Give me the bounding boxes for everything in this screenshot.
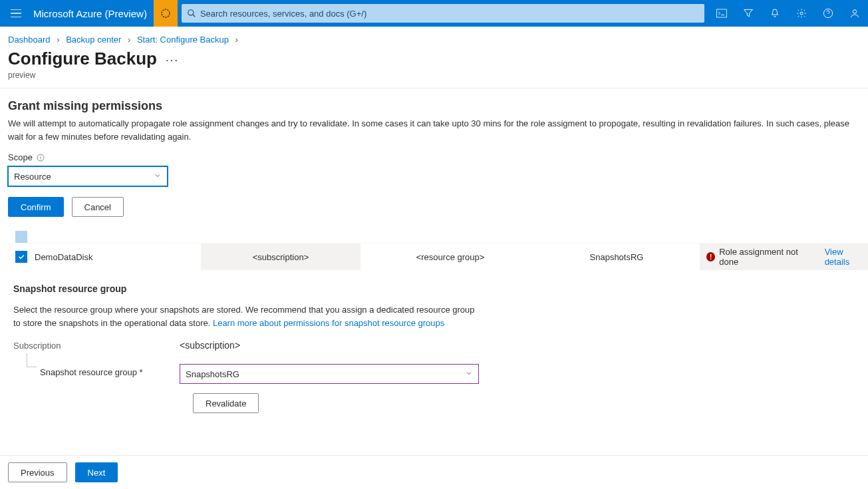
notifications-icon[interactable] (762, 0, 788, 27)
resource-subscription: <subscription> (201, 244, 361, 270)
topbar-icons (708, 0, 868, 27)
search-icon (187, 9, 196, 18)
select-all-checkbox[interactable] (15, 231, 27, 243)
snapshot-rg-select[interactable]: SnapshotsRG (180, 364, 479, 384)
chevron-right-icon: › (128, 35, 130, 45)
svg-point-0 (162, 9, 170, 17)
resource-group: <resource group> (367, 252, 533, 262)
cancel-button[interactable]: Cancel (72, 197, 124, 217)
info-icon[interactable] (37, 154, 45, 162)
resource-name: DemoDataDisk (35, 252, 201, 262)
view-details-link[interactable]: View details (825, 247, 868, 267)
error-icon: ! (706, 252, 715, 261)
brand-label: Microsoft Azure (Preview) (32, 8, 154, 19)
account-icon[interactable] (841, 0, 868, 27)
svg-point-6 (853, 10, 856, 13)
search-input[interactable] (200, 9, 699, 19)
subscription-value: <subscription> (180, 340, 240, 351)
chevron-down-icon (154, 172, 162, 182)
resources-table: DemoDataDisk <subscription> <resource gr… (0, 222, 868, 270)
snapshot-learn-link[interactable]: Learn more about permissions for snapsho… (213, 318, 444, 328)
scope-label: Scope (8, 152, 33, 162)
snapshot-section: Snapshot resource group Select the resou… (0, 270, 868, 430)
breadcrumb: Dashboard › Backup center › Start: Confi… (0, 27, 868, 49)
svg-rect-3 (716, 9, 726, 17)
svg-point-9 (40, 156, 41, 156)
grant-heading: Grant missing permissions (8, 99, 860, 113)
snapshot-rg-value: SnapshotsRG (186, 369, 239, 379)
next-button[interactable]: Next (75, 462, 118, 482)
snapshot-rg-cell: SnapshotsRG (533, 252, 700, 262)
more-actions-icon[interactable]: ⋯ (165, 52, 180, 68)
chevron-right-icon: › (57, 35, 59, 45)
revalidate-button[interactable]: Revalidate (193, 393, 259, 413)
svg-point-4 (800, 12, 803, 15)
svg-point-1 (188, 10, 194, 15)
help-icon[interactable] (815, 0, 841, 27)
subscription-label: Subscription (13, 341, 180, 351)
snapshot-heading: Snapshot resource group (13, 283, 860, 294)
confirm-button[interactable]: Confirm (8, 197, 64, 217)
svg-line-2 (193, 15, 196, 17)
snapshot-description: Select the resource group where your sna… (13, 303, 479, 329)
chevron-right-icon: › (235, 35, 238, 45)
preview-badge-icon[interactable] (154, 0, 178, 27)
settings-icon[interactable] (788, 0, 815, 27)
scope-value: Resource (14, 172, 51, 182)
page-title: Configure Backup (8, 49, 157, 69)
page-subtitle: preview (0, 71, 868, 88)
row-checkbox[interactable] (15, 251, 27, 263)
table-row: DemoDataDisk <subscription> <resource gr… (8, 244, 868, 270)
grant-description: We will attempt to automatically propaga… (8, 117, 860, 143)
directory-filter-icon[interactable] (735, 0, 762, 27)
topbar: Microsoft Azure (Preview) (0, 0, 868, 27)
wizard-footer: Previous Next (0, 455, 868, 489)
global-search[interactable] (182, 4, 704, 23)
breadcrumb-configure-backup[interactable]: Start: Configure Backup (137, 35, 229, 45)
breadcrumb-dashboard[interactable]: Dashboard (8, 35, 51, 45)
previous-button[interactable]: Previous (8, 462, 67, 482)
cloud-shell-icon[interactable] (708, 0, 735, 27)
chevron-down-icon (465, 369, 473, 379)
hamburger-menu-icon[interactable] (0, 0, 32, 27)
table-header-row (8, 230, 868, 244)
scope-select[interactable]: Resource (8, 166, 168, 186)
status-text: Role assignment not done (719, 247, 814, 267)
grant-permissions-section: Grant missing permissions We will attemp… (0, 88, 868, 222)
breadcrumb-backup-center[interactable]: Backup center (66, 35, 121, 45)
snapshot-rg-label: Snapshot resource group * (40, 367, 180, 377)
